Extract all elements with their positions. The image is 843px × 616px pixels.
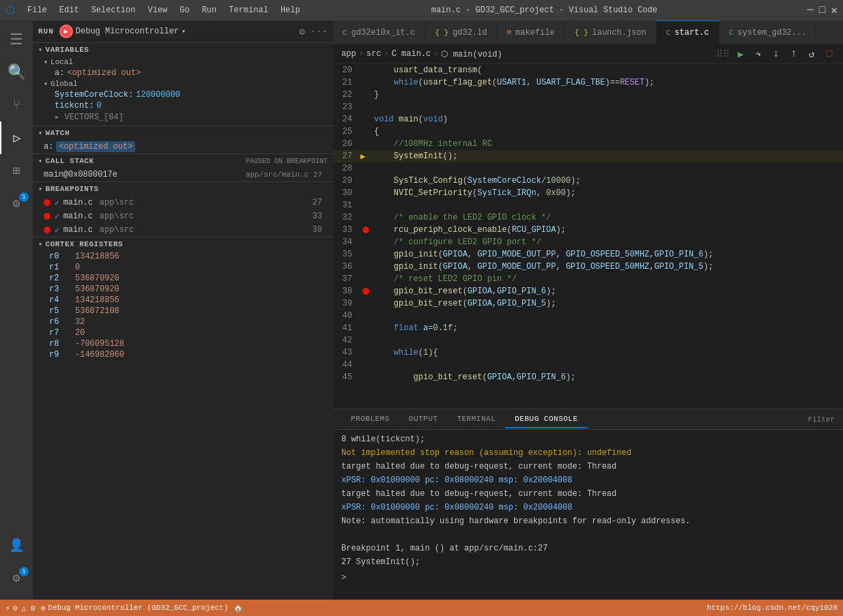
var-name-sysclock: SystemCoreClock: — [55, 90, 133, 100]
line-code-30: NVIC_SetPriority(SysTick_IRQn, 0x00); — [371, 187, 843, 199]
error-count: 0 △ 0 — [13, 604, 35, 613]
tab-system-gd32[interactable]: C system_gd32... — [719, 20, 816, 44]
menu-file[interactable]: File — [22, 4, 53, 16]
line-code-36: gpio_init(GPIOA, GPIO_MODE_OUT_PP, GPIO_… — [371, 261, 843, 273]
reg-val-r1: 0 — [75, 263, 80, 272]
tab-bar: C gd32e10x_it.c { } gd32.ld M makefile {… — [333, 20, 843, 44]
step-into-button[interactable]: ↓ — [768, 46, 784, 62]
breadcrumb-sep2: › — [384, 49, 388, 59]
activity-account[interactable]: 👤 — [0, 529, 33, 561]
bp-file-2: main.c — [63, 211, 93, 221]
restart-button[interactable]: ↺ — [803, 46, 820, 62]
debug-more-icon[interactable]: ··· — [311, 26, 328, 37]
step-over-button[interactable]: ↷ — [750, 46, 767, 62]
console-prompt[interactable]: > — [341, 572, 835, 584]
status-home[interactable]: 🏠 — [233, 604, 243, 613]
tab-start-c[interactable]: C start.c — [657, 20, 719, 44]
reg-title: CORTEX REGISTERS — [46, 240, 124, 248]
tab-label-system: system_gd32... — [737, 28, 806, 38]
activity-search[interactable]: 🔍 — [0, 56, 33, 89]
gutter-30 — [360, 187, 371, 199]
panel-tab-terminal[interactable]: TERMINAL — [447, 411, 505, 428]
reg-val-r9: -146982060 — [75, 350, 124, 360]
cortex-registers-header[interactable]: ▾ CORTEX REGISTERS — [33, 237, 333, 251]
step-out-button[interactable]: ↑ — [786, 46, 802, 62]
gutter-35 — [360, 248, 371, 261]
line-code-43: while(1){ — [371, 347, 843, 359]
activity-settings-bottom[interactable]: ⚙ 1 — [0, 561, 33, 594]
line-num-31: 31 — [333, 199, 360, 211]
reg-name-r7: r7 — [49, 328, 70, 338]
menu-selection[interactable]: Selection — [86, 4, 141, 16]
activity-source-control[interactable]: ⑂ — [0, 89, 33, 121]
menu-view[interactable]: View — [142, 4, 173, 16]
panel-tab-output[interactable]: OUTPUT — [399, 411, 448, 428]
stop-button[interactable]: □ — [821, 46, 838, 62]
activity-explorer[interactable]: ☰ — [0, 23, 33, 56]
console-input[interactable] — [352, 573, 835, 583]
gutter-32 — [360, 211, 371, 224]
line-code-26: //108MHz internal RC — [371, 138, 843, 150]
activity-run-debug[interactable]: ▷ — [0, 121, 33, 154]
source-control-icon: ⑂ — [13, 98, 20, 112]
stack-func-name: main@0x0800017e — [44, 170, 117, 179]
code-line-39: 39 gpio_bit_reset(GPIOA,GPIO_PIN_5); — [333, 297, 843, 310]
status-debug-config[interactable]: ⚙ Debug Microcontroller (GD32_GCC_projec… — [41, 604, 229, 613]
debug-settings-icon[interactable]: ⚙ — [299, 26, 304, 38]
tab-makefile[interactable]: M makefile — [497, 20, 565, 44]
tab-launch-json[interactable]: { } launch.json — [565, 20, 657, 44]
code-line-42: 42 — [333, 334, 843, 347]
local-section-header[interactable]: ▾ Local — [33, 57, 333, 68]
var-value-tickcnt: 0 — [97, 101, 102, 111]
panel-tab-debug-console[interactable]: DEBUG CONSOLE — [505, 411, 587, 428]
tab-gd32-ld[interactable]: { } gd32.ld — [425, 20, 497, 44]
code-lines[interactable]: 20 usart_data_transm( 21 while(usart_fla… — [333, 64, 843, 409]
variables-chevron: ▾ — [38, 46, 43, 54]
activity-extensions[interactable]: ⊞ — [0, 154, 33, 187]
bp-check-1: ✓ — [55, 199, 59, 207]
activity-settings-gear[interactable]: ⚙ 1 — [0, 187, 33, 220]
console-line-3: target halted due to debug-request, curr… — [341, 460, 835, 473]
variables-header[interactable]: ▾ VARIABLES — [33, 43, 333, 57]
line-num-29: 29 — [333, 175, 360, 187]
breakpoints-header[interactable]: ▾ BREAKPOINTS — [33, 182, 333, 196]
line-code-41: float a=0.1f; — [371, 322, 843, 334]
minimize-btn[interactable]: ─ — [807, 4, 814, 16]
play-button[interactable]: ▶ — [59, 25, 73, 38]
settings-badge: 1 — [19, 192, 29, 202]
callstack-header[interactable]: ▾ CALL STACK PAUSED ON BREAKPOINT — [33, 154, 333, 168]
bottom-panel: PROBLEMS OUTPUT TERMINAL DEBUG CONSOLE F… — [333, 409, 843, 600]
status-errors[interactable]: ⚡ 0 △ 0 — [5, 604, 35, 613]
menu-terminal[interactable]: Terminal — [223, 4, 274, 16]
watch-header[interactable]: ▾ WATCH — [33, 126, 333, 140]
menu-edit[interactable]: Edit — [54, 4, 85, 16]
var-value-sysclock: 120000000 — [136, 90, 180, 100]
search-icon: 🔍 — [8, 63, 26, 82]
menu-run[interactable]: Run — [197, 4, 223, 16]
gutter-44 — [360, 359, 371, 371]
panel-content[interactable]: 8 while(tickcnt); Not implemented stop r… — [333, 430, 843, 600]
run-header: RUN ▶ Debug Microcontroller ▾ ⚙ ··· — [33, 20, 333, 43]
line-num-35: 35 — [333, 248, 360, 261]
line-num-28: 28 — [333, 162, 360, 175]
var-value-a: <optimized out> — [67, 68, 141, 78]
continue-button[interactable]: ▶ — [732, 46, 749, 62]
line-code-29: SysTick_Config(SystemCoreClock/10000); — [371, 175, 843, 187]
menu-go[interactable]: Go — [174, 4, 195, 16]
stack-item-main[interactable]: main@0x0800017e app/src/main.c 27 — [33, 168, 333, 181]
maximize-btn[interactable]: □ — [819, 4, 826, 16]
extensions-icon: ⊞ — [13, 163, 20, 178]
reg-val-r2: 536870920 — [75, 274, 119, 283]
line-num-24: 24 — [333, 113, 360, 126]
code-line-31: 31 — [333, 199, 843, 211]
close-btn[interactable]: ✕ — [831, 3, 838, 17]
reg-name-r5: r5 — [49, 306, 70, 316]
callstack-title: CALL STACK — [46, 157, 94, 165]
tab-gd32e10x-it[interactable]: C gd32e10x_it.c — [333, 20, 425, 44]
code-line-43: 43 while(1){ — [333, 347, 843, 359]
global-section-header[interactable]: ▾ Global — [33, 78, 333, 89]
panel-tab-problems[interactable]: PROBLEMS — [341, 411, 399, 428]
var-item-a-local: a: <optimized out> — [33, 68, 333, 78]
menu-help[interactable]: Help — [275, 4, 306, 16]
debug-config-chevron[interactable]: ▾ — [182, 27, 186, 35]
